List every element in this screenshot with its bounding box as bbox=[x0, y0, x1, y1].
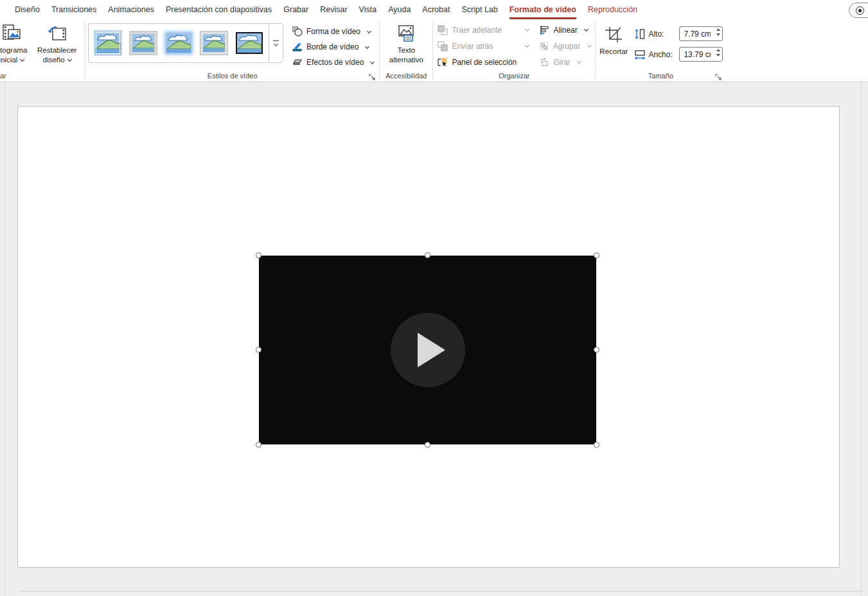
height-label: Alto: bbox=[648, 30, 677, 39]
group-accesibilidad: Texto alternativo Accesibilidad bbox=[380, 19, 432, 82]
height-input[interactable] bbox=[684, 27, 711, 40]
gallery-more-button[interactable] bbox=[269, 23, 283, 63]
tab-diseno[interactable]: Diseño bbox=[9, 0, 46, 19]
borde-de-video-label: Borde de vídeo bbox=[306, 42, 359, 51]
group-ajustar: otograma inicial Restablecer diseño ar bbox=[0, 19, 85, 82]
tab-label: Animaciones bbox=[108, 5, 154, 14]
restablecer-label-line1: Restablecer bbox=[37, 46, 76, 55]
tab-transiciones[interactable]: Transiciones bbox=[46, 0, 102, 19]
video-style-thumbnail-3[interactable] bbox=[164, 30, 193, 56]
chevron-down-icon bbox=[67, 57, 72, 62]
width-row: Ancho: bbox=[634, 47, 723, 62]
video-style-thumbnail-4[interactable] bbox=[200, 30, 228, 56]
tamano-dialog-launcher-icon[interactable] bbox=[715, 72, 723, 80]
bring-forward-icon bbox=[438, 25, 448, 35]
chevron-down-icon bbox=[365, 44, 369, 48]
tab-label: Presentación con diapositivas bbox=[166, 5, 272, 14]
height-spin-up[interactable] bbox=[716, 28, 720, 31]
tab-label: Ayuda bbox=[388, 5, 411, 14]
width-input[interactable] bbox=[684, 48, 711, 61]
group-objects-icon bbox=[539, 41, 549, 51]
style-frame-overlay bbox=[96, 32, 120, 54]
record-button[interactable]: G bbox=[849, 3, 868, 18]
resize-handle-e[interactable] bbox=[594, 347, 599, 353]
width-icon bbox=[634, 49, 646, 60]
width-spinbox bbox=[679, 47, 723, 62]
tab-ayuda[interactable]: Ayuda bbox=[382, 0, 416, 19]
chevron-down-icon bbox=[370, 59, 375, 64]
chevron-down-icon bbox=[367, 28, 371, 33]
agrupar-button: Agrupar bbox=[537, 38, 592, 54]
fotograma-label-line2: inicial bbox=[0, 55, 24, 65]
enviar-atras-label: Enviar atrás bbox=[452, 42, 493, 51]
forma-de-video-label: Forma de vídeo bbox=[306, 27, 360, 36]
width-spin-down[interactable] bbox=[716, 54, 720, 57]
tab-acrobat[interactable]: Acrobat bbox=[416, 0, 456, 19]
tab-label: Grabar bbox=[283, 5, 308, 14]
tab-label: Vista bbox=[359, 5, 377, 14]
tab-script-lab[interactable]: Script Lab bbox=[456, 0, 503, 19]
tab-revisar[interactable]: Revisar bbox=[314, 0, 353, 19]
group-label-estilos: Estilos de vídeo bbox=[85, 72, 379, 80]
recortar-button[interactable]: Recortar bbox=[598, 22, 629, 70]
notes-pane-divider[interactable] bbox=[19, 591, 863, 592]
resize-handle-ne[interactable] bbox=[594, 252, 599, 258]
fotograma-inicial-button[interactable]: otograma inicial bbox=[0, 22, 32, 70]
restablecer-diseno-button[interactable]: Restablecer diseño bbox=[37, 22, 76, 70]
traer-adelante-button: Traer adelante bbox=[436, 22, 531, 38]
chevron-down-icon bbox=[587, 43, 591, 48]
resize-handle-w[interactable] bbox=[256, 347, 261, 353]
video-style-thumbnail-5[interactable] bbox=[235, 30, 263, 56]
restablecer-label-line2: diseño bbox=[43, 55, 71, 65]
record-icon bbox=[856, 6, 864, 15]
play-button[interactable] bbox=[391, 313, 465, 387]
forma-de-video-button[interactable]: Forma de vídeo bbox=[290, 24, 376, 39]
width-spin-up[interactable] bbox=[716, 49, 720, 51]
video-style-thumbnail-1[interactable] bbox=[94, 30, 122, 56]
alinear-button[interactable]: Alinear bbox=[537, 22, 592, 38]
width-label: Ancho: bbox=[648, 50, 677, 59]
texto-alternativo-button[interactable]: Texto alternativo bbox=[382, 22, 430, 65]
estilos-dialog-launcher-icon[interactable] bbox=[369, 72, 376, 80]
thumbnail-pane-divider[interactable] bbox=[4, 82, 5, 596]
girar-label: Girar bbox=[553, 58, 571, 67]
efectos-de-video-label: Efectos de vídeo bbox=[306, 58, 364, 67]
tab-reproduccion[interactable]: Reproducción bbox=[582, 0, 643, 19]
resize-handle-n[interactable] bbox=[425, 252, 430, 258]
resize-handle-se[interactable] bbox=[594, 442, 599, 448]
height-spinbox bbox=[679, 26, 723, 41]
agrupar-label: Agrupar bbox=[553, 42, 581, 51]
video-border-icon bbox=[292, 42, 303, 52]
resize-handle-s[interactable] bbox=[425, 442, 430, 448]
tab-vista[interactable]: Vista bbox=[353, 0, 383, 19]
selection-pane-icon bbox=[438, 57, 448, 67]
slide-canvas[interactable] bbox=[17, 106, 840, 568]
editing-workspace bbox=[0, 82, 868, 596]
tab-presentacion[interactable]: Presentación con diapositivas bbox=[160, 0, 278, 19]
borde-de-video-button[interactable]: Borde de vídeo bbox=[290, 39, 376, 55]
crop-icon bbox=[604, 24, 623, 46]
style-bevel-frame bbox=[200, 31, 227, 55]
panel-de-seleccion-button[interactable]: Panel de selección bbox=[436, 54, 531, 70]
video-style-thumbnail-2[interactable] bbox=[129, 30, 157, 56]
resize-handle-nw[interactable] bbox=[256, 252, 261, 258]
tab-animaciones[interactable]: Animaciones bbox=[102, 0, 160, 19]
tab-label: Script Lab bbox=[461, 5, 497, 14]
resize-handle-sw[interactable] bbox=[256, 442, 261, 448]
scrollbar-track-edge[interactable] bbox=[861, 82, 862, 596]
chevron-down-icon bbox=[525, 43, 529, 48]
efectos-de-video-button[interactable]: Efectos de vídeo bbox=[290, 55, 376, 70]
tab-grabar[interactable]: Grabar bbox=[278, 0, 314, 19]
girar-button: Girar bbox=[537, 54, 592, 70]
gallery-more-icon bbox=[273, 40, 279, 46]
chevron-down-icon bbox=[577, 59, 581, 64]
panel-de-seleccion-label: Panel de selección bbox=[452, 58, 517, 67]
height-spin-down[interactable] bbox=[716, 33, 720, 36]
tab-label: Acrobat bbox=[422, 5, 450, 14]
group-label-accesibilidad: Accesibilidad bbox=[380, 72, 432, 80]
alt-text-label-line1: Texto bbox=[398, 46, 416, 55]
chevron-down-icon bbox=[525, 27, 529, 31]
traer-adelante-label: Traer adelante bbox=[452, 26, 502, 35]
video-object[interactable] bbox=[259, 256, 596, 444]
tab-formato-de-video[interactable]: Formato de vídeo bbox=[504, 0, 582, 19]
